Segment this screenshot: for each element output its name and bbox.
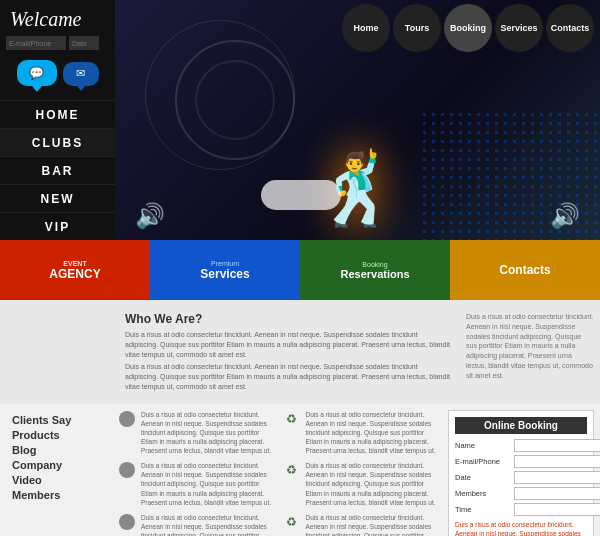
- bottom-right-text-0: Duis a risus at odio consectetur tincidu…: [306, 410, 439, 455]
- recycle-icon-2: ♻: [284, 514, 300, 530]
- bottom-text-2: Duis a risus at odio consectetur tincidu…: [141, 513, 274, 536]
- booking-field-email: E-mail/Phone: [455, 455, 587, 468]
- link-blog[interactable]: Blog: [12, 444, 103, 456]
- nav-booking-btn[interactable]: Booking: [444, 4, 492, 52]
- bottom-left-links: Clients Say Products Blog Company Video …: [0, 404, 115, 536]
- left-nav: HOME CLUBS BAR NEW VIP: [0, 100, 115, 240]
- mail-icon: ✉: [76, 67, 85, 80]
- bottom-item-0: Duis a risus at odio consectetur tincidu…: [119, 410, 274, 455]
- logo-section: Welcame: [0, 0, 115, 34]
- hero-section: Home Tours Booking Services Contacts 🕺 🔊…: [115, 0, 600, 240]
- service-contacts[interactable]: Contacts: [450, 240, 600, 300]
- speaker-right: 🔊: [550, 202, 580, 230]
- service-reservations[interactable]: Booking Reservations: [300, 240, 450, 300]
- who-we-are: Who We Are? Duis a risus at odio consect…: [115, 308, 460, 396]
- right-info-col: Duis a risus at odio consectetur tincidu…: [460, 308, 600, 396]
- booking-field-date: Date: [455, 471, 587, 484]
- booking-date-input[interactable]: [514, 471, 600, 484]
- bottom-right-text-2: Duis a risus at odio consectetur tincidu…: [306, 513, 439, 536]
- person-icon-2: [119, 514, 135, 530]
- bottom-area: Clients Say Products Blog Company Video …: [0, 404, 600, 536]
- left-spacer: [0, 308, 115, 396]
- mid-section: Who We Are? Duis a risus at odio consect…: [0, 300, 600, 404]
- header-inputs: [0, 34, 115, 52]
- logo-text: Welcame: [10, 8, 81, 31]
- bottom-center-right: ♻ Duis a risus at odio consectetur tinci…: [280, 404, 443, 536]
- nav-tours-btn[interactable]: Tours: [393, 4, 441, 52]
- bottom-center-left: Duis a risus at odio consectetur tincidu…: [115, 404, 280, 536]
- bottom-item-right-0: ♻ Duis a risus at odio consectetur tinci…: [284, 410, 439, 455]
- link-clients-say[interactable]: Clients Say: [12, 414, 103, 426]
- bottom-item-2: Duis a risus at odio consectetur tincidu…: [119, 513, 274, 536]
- nav-item-clubs[interactable]: CLUBS: [0, 128, 115, 156]
- cloud-deco: [261, 180, 341, 210]
- mail-bubble: ✉: [63, 62, 99, 91]
- nav-item-home[interactable]: HOME: [0, 100, 115, 128]
- bubble-area: 💬 ✉: [0, 52, 115, 100]
- link-members[interactable]: Members: [12, 489, 103, 501]
- link-products[interactable]: Products: [12, 429, 103, 441]
- link-video[interactable]: Video: [12, 474, 103, 486]
- booking-field-time: Time: [455, 503, 587, 516]
- speaker-left: 🔊: [135, 202, 165, 230]
- who-para2: Duis a risus at odio consectetur tincidu…: [125, 362, 450, 391]
- chat-icon: 💬: [29, 66, 44, 80]
- booking-field-members: Members: [455, 487, 587, 500]
- who-para1: Duis a risus at odio consectetur tincidu…: [125, 330, 450, 359]
- recycle-icon-0: ♻: [284, 411, 300, 427]
- bottom-item-right-2: ♻ Duis a risus at odio consectetur tinci…: [284, 513, 439, 536]
- person-icon-0: [119, 411, 135, 427]
- online-booking-panel: Online Booking Name E-mail/Phone Date Me…: [442, 404, 600, 536]
- who-title: Who We Are?: [125, 312, 450, 326]
- booking-title-bar: Online Booking: [455, 417, 587, 434]
- nav-item-bar[interactable]: BAR: [0, 156, 115, 184]
- link-company[interactable]: Company: [12, 459, 103, 471]
- date-input[interactable]: [69, 36, 99, 50]
- booking-field-name: Name: [455, 439, 587, 452]
- circle-deco-3: [145, 20, 295, 170]
- bottom-text-0: Duis a risus at odio consectetur tincidu…: [141, 410, 274, 455]
- nav-item-vip[interactable]: VIP: [0, 212, 115, 240]
- booking-members-input[interactable]: [514, 487, 600, 500]
- email-phone-input[interactable]: [6, 36, 66, 50]
- chat-bubble: 💬: [17, 60, 57, 92]
- bottom-item-1: Duis a risus at odio consectetur tincidu…: [119, 461, 274, 506]
- booking-name-input[interactable]: [514, 439, 600, 452]
- top-nav: Home Tours Booking Services Contacts: [336, 0, 600, 56]
- nav-contacts-btn[interactable]: Contacts: [546, 4, 594, 52]
- services-row: EVENT AGENCY Premium Services Booking Re…: [0, 240, 600, 300]
- bottom-item-right-1: ♻ Duis a risus at odio consectetur tinci…: [284, 461, 439, 506]
- booking-email-input[interactable]: [514, 455, 600, 468]
- booking-note: Duis a risus at odio consectetur tincidu…: [455, 520, 587, 536]
- bottom-right-text-1: Duis a risus at odio consectetur tincidu…: [306, 461, 439, 506]
- service-premium[interactable]: Premium Services: [150, 240, 300, 300]
- nav-item-new[interactable]: NEW: [0, 184, 115, 212]
- recycle-icon-1: ♻: [284, 462, 300, 478]
- left-sidebar-top: Welcame 💬 ✉ HOME: [0, 0, 115, 240]
- nav-services-btn[interactable]: Services: [495, 4, 543, 52]
- online-booking-box: Online Booking Name E-mail/Phone Date Me…: [448, 410, 594, 536]
- bottom-text-1: Duis a risus at odio consectetur tincidu…: [141, 461, 274, 506]
- right-col-text: Duis a risus at odio consectetur tincidu…: [466, 312, 594, 381]
- service-agency[interactable]: EVENT AGENCY: [0, 240, 150, 300]
- booking-time-input[interactable]: [514, 503, 600, 516]
- nav-home-btn[interactable]: Home: [342, 4, 390, 52]
- person-icon-1: [119, 462, 135, 478]
